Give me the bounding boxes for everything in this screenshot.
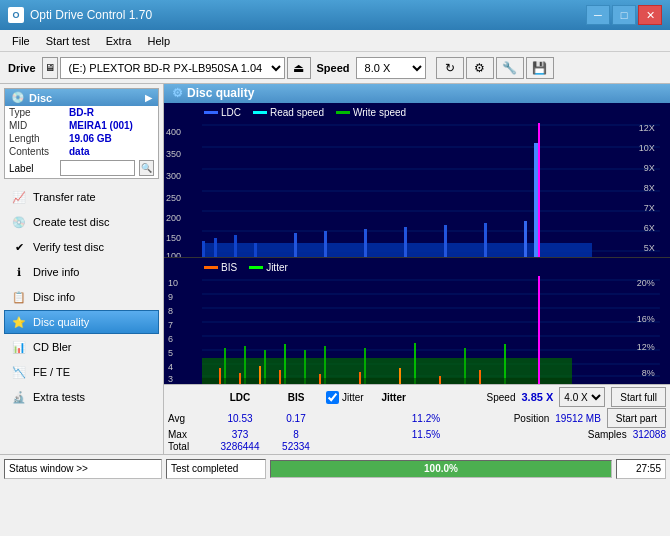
position-value: 19512 MB bbox=[555, 413, 601, 424]
position-label: Position bbox=[514, 413, 550, 424]
app-title: Opti Drive Control 1.70 bbox=[30, 8, 152, 22]
max-ldc: 373 bbox=[214, 429, 266, 440]
nav-transfer-rate[interactable]: 📈 Transfer rate bbox=[4, 185, 159, 209]
drivebar: Drive 🖥 (E:) PLEXTOR BD-R PX-LB950SA 1.0… bbox=[0, 52, 670, 84]
speed-unit-select[interactable]: 4.0 X bbox=[559, 387, 605, 407]
svg-text:7X: 7X bbox=[644, 203, 655, 213]
svg-text:350: 350 bbox=[166, 149, 181, 159]
disc-label-row: Label 🔍 bbox=[5, 158, 158, 178]
maximize-button[interactable]: □ bbox=[612, 5, 636, 25]
svg-rect-92 bbox=[479, 370, 481, 384]
progress-percent: 100.0% bbox=[424, 463, 458, 474]
time-display: 27:55 bbox=[616, 459, 666, 479]
stats-area: LDC BIS Jitter Jitter Speed 3.85 X 4.0 X… bbox=[164, 384, 670, 454]
nav-drive-info[interactable]: ℹ Drive info bbox=[4, 260, 159, 284]
close-button[interactable]: ✕ bbox=[638, 5, 662, 25]
svg-rect-28 bbox=[524, 221, 527, 258]
nav-disc-quality[interactable]: ⭐ Disc quality bbox=[4, 310, 159, 334]
nav-cd-bler[interactable]: 📊 CD Bler bbox=[4, 335, 159, 359]
status-window-label: Status window >> bbox=[9, 463, 88, 474]
svg-text:100: 100 bbox=[166, 251, 181, 258]
nav-verify-test-disc-label: Verify test disc bbox=[33, 241, 104, 253]
test-completed-label: Test completed bbox=[171, 463, 238, 474]
svg-rect-84 bbox=[219, 368, 221, 384]
speed-value-stats: 3.85 X bbox=[522, 391, 554, 403]
jitter-checkbox-container[interactable]: Jitter bbox=[326, 391, 364, 404]
svg-text:5X: 5X bbox=[644, 243, 655, 253]
svg-text:5: 5 bbox=[168, 348, 173, 358]
legend-read-speed-color bbox=[253, 111, 267, 114]
disc-contents-row: Contents data bbox=[5, 145, 158, 158]
nav-extra-tests[interactable]: 🔬 Extra tests bbox=[4, 385, 159, 409]
lower-chart: BIS Jitter 10 9 8 7 6 5 4 3 2 1 bbox=[164, 258, 670, 384]
stats-ldc-header: LDC bbox=[214, 392, 266, 403]
drive-icon: 🖥 bbox=[42, 57, 58, 79]
svg-text:8X: 8X bbox=[644, 183, 655, 193]
disc-label-button[interactable]: 🔍 bbox=[139, 160, 154, 176]
svg-rect-18 bbox=[202, 241, 205, 258]
svg-rect-86 bbox=[259, 366, 261, 384]
disc-label-input[interactable] bbox=[60, 160, 135, 176]
speed-select[interactable]: 8.0 X bbox=[356, 57, 426, 79]
legend-write-speed-color bbox=[336, 111, 350, 114]
jitter-label: Jitter bbox=[342, 392, 364, 403]
chart-header: ⚙ Disc quality bbox=[164, 84, 670, 103]
settings-button2[interactable]: 🔧 bbox=[496, 57, 524, 79]
start-full-button[interactable]: Start full bbox=[611, 387, 666, 407]
menu-file[interactable]: File bbox=[4, 33, 38, 49]
nav-disc-info-label: Disc info bbox=[33, 291, 75, 303]
nav-create-test-disc[interactable]: 💿 Create test disc bbox=[4, 210, 159, 234]
disc-type-value: BD-R bbox=[69, 107, 94, 118]
svg-text:10: 10 bbox=[168, 278, 178, 288]
stats-avg-row: Avg 10.53 0.17 11.2% Position 19512 MB S… bbox=[168, 408, 666, 428]
upper-chart: LDC Read speed Write speed 400 350 300 2… bbox=[164, 103, 670, 259]
nav-verify-test-disc[interactable]: ✔ Verify test disc bbox=[4, 235, 159, 259]
nav-fe-te[interactable]: 📉 FE / TE bbox=[4, 360, 159, 384]
svg-text:8%: 8% bbox=[642, 368, 655, 378]
svg-text:3: 3 bbox=[168, 374, 173, 384]
menubar: File Start test Extra Help bbox=[0, 30, 670, 52]
legend-read-speed-label: Read speed bbox=[270, 107, 324, 118]
start-part-button[interactable]: Start part bbox=[607, 408, 666, 428]
svg-rect-21 bbox=[254, 243, 257, 258]
disc-mid-value: MEIRA1 (001) bbox=[69, 120, 133, 131]
drive-select[interactable]: (E:) PLEXTOR BD-R PX-LB950SA 1.04 bbox=[60, 57, 285, 79]
legend-ldc-color bbox=[204, 111, 218, 114]
samples-label: Samples bbox=[588, 429, 627, 440]
svg-rect-27 bbox=[484, 223, 487, 258]
fe-te-icon: 📉 bbox=[11, 365, 27, 379]
statusbar: Status window >> Test completed 100.0% 2… bbox=[0, 454, 670, 482]
svg-text:150: 150 bbox=[166, 233, 181, 243]
disc-length-value: 19.06 GB bbox=[69, 133, 112, 144]
nav-disc-info[interactable]: 📋 Disc info bbox=[4, 285, 159, 309]
avg-bis: 0.17 bbox=[274, 413, 318, 424]
drive-label: Drive bbox=[8, 62, 36, 74]
svg-text:200: 200 bbox=[166, 213, 181, 223]
drive-eject-button[interactable]: ⏏ bbox=[287, 57, 311, 79]
svg-rect-29 bbox=[534, 143, 538, 258]
extra-tests-icon: 🔬 bbox=[11, 390, 27, 404]
nav-disc-quality-label: Disc quality bbox=[33, 316, 89, 328]
menu-extra[interactable]: Extra bbox=[98, 33, 140, 49]
save-button[interactable]: 💾 bbox=[526, 57, 554, 79]
refresh-button[interactable]: ↻ bbox=[436, 57, 464, 79]
settings-button1[interactable]: ⚙ bbox=[466, 57, 494, 79]
create-test-disc-icon: 💿 bbox=[11, 215, 27, 229]
svg-rect-83 bbox=[202, 378, 572, 384]
svg-rect-24 bbox=[364, 229, 367, 258]
disc-panel-header: 💿 Disc ▶ bbox=[5, 89, 158, 106]
menu-help[interactable]: Help bbox=[139, 33, 178, 49]
menu-start-test[interactable]: Start test bbox=[38, 33, 98, 49]
stats-jitter-header: Jitter bbox=[372, 392, 416, 403]
verify-test-disc-icon: ✔ bbox=[11, 240, 27, 254]
disc-label-label: Label bbox=[9, 163, 56, 174]
legend-jitter-color bbox=[249, 266, 263, 269]
minimize-button[interactable]: ─ bbox=[586, 5, 610, 25]
svg-text:4: 4 bbox=[168, 362, 173, 372]
disc-contents-label: Contents bbox=[9, 146, 69, 157]
legend-write-speed-label: Write speed bbox=[353, 107, 406, 118]
cd-bler-icon: 📊 bbox=[11, 340, 27, 354]
jitter-checkbox[interactable] bbox=[326, 391, 339, 404]
svg-rect-23 bbox=[324, 231, 327, 258]
svg-rect-87 bbox=[279, 370, 281, 384]
